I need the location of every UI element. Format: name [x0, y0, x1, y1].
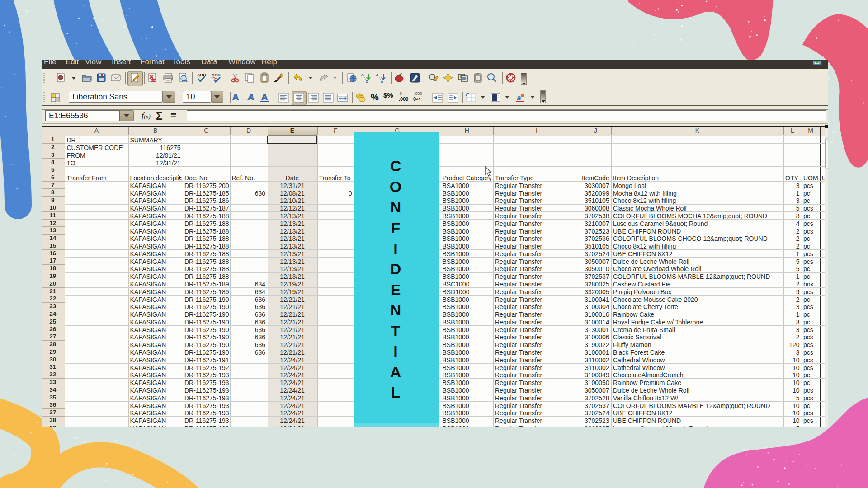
svg-text:ABC: ABC: [212, 73, 221, 77]
svg-text:A: A: [381, 80, 383, 84]
svg-text:Z: Z: [366, 80, 368, 84]
svg-text:Z: Z: [376, 73, 378, 77]
svg-text:A: A: [361, 73, 364, 77]
svg-text:PDF: PDF: [151, 79, 156, 82]
